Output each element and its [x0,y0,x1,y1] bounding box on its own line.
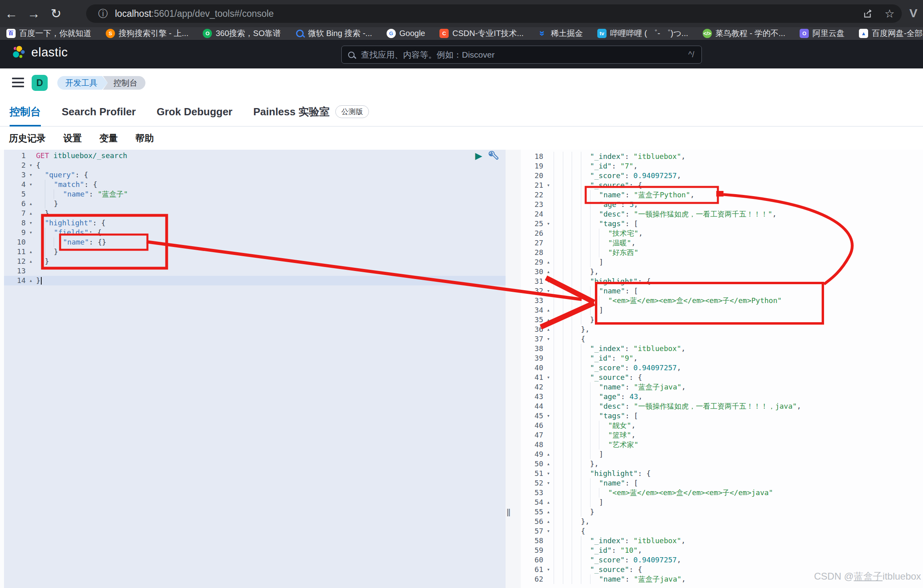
fold-toggle-icon[interactable]: ▴ [543,459,554,469]
fold-toggle-icon[interactable]: ▾ [543,181,554,190]
bookmark-7[interactable]: tv哔哩哔哩 ( ゜- ゜)つ... [597,28,688,39]
bookmark-10[interactable]: ▲百度网盘-全部文件 [859,28,923,39]
back-icon[interactable]: ← [0,0,22,27]
browser-profile-avatar[interactable]: V [909,6,917,20]
divider-handle-icon[interactable]: ‖ [506,507,511,519]
settings-link[interactable]: 设置 [63,132,82,144]
runoob-icon: </> [703,29,712,38]
line-number: 49 [521,450,543,459]
fold-toggle-icon[interactable]: ▴ [543,498,554,507]
fold-toggle-icon[interactable]: ▴ [26,247,36,257]
fold-toggle-icon[interactable]: ▾ [543,469,554,478]
code-text: "_id": "10", [554,546,642,554]
line-number: 35 [521,315,543,325]
code-text: "好东西" [554,248,639,257]
fold-toggle-icon[interactable]: ▾ [26,170,36,180]
tab-console[interactable]: 控制台 [10,97,41,126]
code-line-41: 41▾"_source": { [521,373,923,382]
search-icon [348,52,355,58]
code-text: "_source": { [554,181,642,189]
help-link[interactable]: 帮助 [135,132,154,144]
code-text: "温暖", [554,239,636,247]
fold-toggle-icon[interactable]: ▴ [543,305,554,315]
code-text: "tags": [ [554,219,638,228]
share-icon[interactable] [863,8,873,19]
elastic-logo[interactable]: elastic [11,45,68,60]
fold-toggle-icon[interactable]: ▴ [543,267,554,277]
pane-divider[interactable] [506,150,521,588]
fold-toggle-icon[interactable]: ▴ [543,257,554,267]
line-number: 41 [521,373,543,382]
code-text: GET itbluebox/_search [36,151,127,160]
line-number: 52 [521,478,543,488]
fold-toggle-icon[interactable]: ▴ [543,507,554,517]
fold-toggle-icon[interactable]: ▴ [543,325,554,334]
tab-search-profiler[interactable]: Search Profiler [62,97,136,126]
global-search-input[interactable]: 查找应用、内容等。例如：Discover ^/ [341,46,702,64]
bookmark-5[interactable]: CCSDN-专业IT技术... [439,28,524,39]
fold-toggle-icon[interactable]: ▾ [26,161,36,170]
code-text: "name": "蓝盒子Python", [554,191,695,199]
fold-toggle-icon[interactable]: ▾ [543,334,554,344]
code-line-20: 20"_score": 0.94097257, [521,171,923,181]
kibana-dev-tools-page: ← → ↻ ⓘ localhost:5601/app/dev_tools#/co… [0,0,923,588]
reload-icon[interactable]: ↻ [45,0,67,27]
code-text: "_score": 0.94097257, [554,556,681,564]
fold-toggle-icon[interactable]: ▾ [543,286,554,296]
fold-toggle-icon[interactable]: ▾ [26,228,36,237]
bookmark-8[interactable]: </>菜鸟教程 - 学的不... [703,28,785,39]
fold-toggle-icon[interactable]: ▴ [26,199,36,209]
variables-link[interactable]: 变量 [99,132,118,144]
fold-toggle-icon[interactable]: ▾ [543,219,554,229]
fold-toggle-icon[interactable]: ▾ [543,373,554,382]
code-text: } [554,508,595,516]
line-number: 39 [521,353,543,363]
code-line-2: 2▾{ [4,161,506,170]
fold-toggle-icon[interactable]: ▴ [26,276,36,285]
fold-toggle-icon[interactable]: ▴ [26,209,36,218]
code-line-44: 44"desc": "一顿操作猛如虎，一看工资两千五！！！，java", [521,401,923,411]
code-text: }, [554,325,590,333]
fold-toggle-icon[interactable]: ▾ [543,277,554,286]
send-request-button[interactable]: ▶ [475,151,482,161]
menu-icon[interactable] [12,78,24,87]
bookmark-6[interactable]: »稀土掘金 [538,28,583,39]
bookmark-2[interactable]: O360搜索，SO靠谱 [203,28,280,39]
tab-grok-debugger[interactable]: Grok Debugger [157,97,232,126]
code-line-49: 49▴] [521,450,923,459]
line-number: 21 [521,181,543,190]
space-avatar[interactable]: D [32,75,48,91]
line-number: 44 [521,401,543,411]
bookmark-1[interactable]: S搜狗搜索引擎 - 上... [106,28,188,39]
fold-toggle-icon[interactable]: ▴ [543,517,554,526]
fold-toggle-icon[interactable]: ▾ [543,411,554,421]
code-line-39: 39"_id": "9", [521,353,923,363]
bookmark-3[interactable]: 微软 Bing 搜索 -... [295,28,372,39]
bookmark-0[interactable]: 百百度一下，你就知道 [6,28,91,39]
site-info-icon[interactable]: ⓘ [98,7,108,20]
fold-toggle-icon[interactable]: ▾ [543,478,554,488]
fold-toggle-icon[interactable]: ▴ [26,257,36,266]
forward-icon[interactable]: → [22,0,45,27]
tab-painless-lab[interactable]: Painless 实验室公测版 [253,97,369,126]
fold-toggle-icon[interactable]: ▾ [543,565,554,574]
bookmark-label: 360搜索，SO靠谱 [216,28,280,39]
bookmark-9[interactable]: O阿里云盘 [800,28,844,39]
bookmark-label: 哔哩哔哩 ( ゜- ゜)つ... [610,28,688,39]
history-link[interactable]: 历史记录 [9,132,46,144]
code-line-21: 21▾"_source": { [521,181,923,190]
code-text: ] [554,306,603,314]
bookmark-4[interactable]: GGoogle [387,29,425,38]
address-bar[interactable]: ⓘ localhost:5601/app/dev_tools#/console … [86,4,902,23]
request-options-wrench-icon[interactable] [488,151,499,161]
code-line-7: 7▴}, [4,209,506,218]
fold-toggle-icon[interactable]: ▾ [543,526,554,536]
request-editor[interactable]: 1GET itbluebox/_search2▾{3▾"query": {4▾"… [4,150,506,588]
fold-toggle-icon[interactable]: ▾ [26,180,36,189]
fold-toggle-icon[interactable]: ▴ [543,450,554,459]
fold-toggle-icon[interactable]: ▴ [543,315,554,325]
bookmark-star-icon[interactable]: ☆ [885,7,895,20]
fold-toggle-icon[interactable]: ▾ [26,218,36,228]
breadcrumb-bar: D 开发工具 控制台 [0,68,923,98]
breadcrumb-dev-tools[interactable]: 开发工具 [57,76,108,90]
